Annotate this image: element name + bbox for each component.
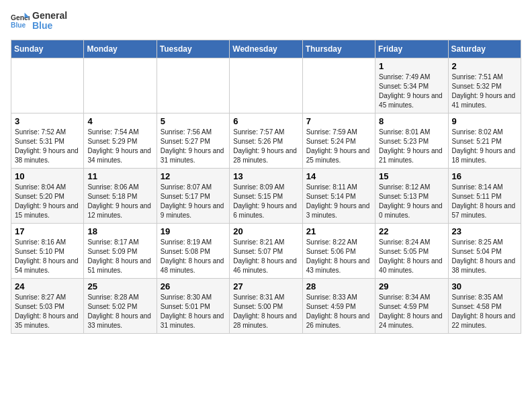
calendar-cell: 13Sunrise: 8:09 AM Sunset: 5:15 PM Dayli… (230, 168, 302, 223)
day-info: Sunrise: 7:59 AM Sunset: 5:24 PM Dayligh… (306, 128, 371, 165)
calendar-cell: 17Sunrise: 8:16 AM Sunset: 5:10 PM Dayli… (11, 223, 84, 278)
calendar-cell (230, 58, 302, 113)
day-number: 18 (87, 226, 152, 236)
day-info: Sunrise: 8:17 AM Sunset: 5:09 PM Dayligh… (87, 238, 152, 275)
day-number: 24 (15, 281, 80, 291)
logo-blue: Blue (32, 21, 67, 31)
day-info: Sunrise: 8:27 AM Sunset: 5:03 PM Dayligh… (15, 293, 80, 330)
day-info: Sunrise: 8:34 AM Sunset: 4:59 PM Dayligh… (379, 293, 444, 330)
day-info: Sunrise: 8:24 AM Sunset: 5:05 PM Dayligh… (379, 238, 444, 275)
day-info: Sunrise: 7:51 AM Sunset: 5:32 PM Dayligh… (452, 73, 517, 110)
day-number: 4 (87, 116, 152, 126)
logo-icon: General Blue (11, 11, 30, 30)
page-header: General Blue General Blue (11, 11, 521, 32)
calendar-cell: 14Sunrise: 8:11 AM Sunset: 5:14 PM Dayli… (302, 168, 375, 223)
calendar-cell: 22Sunrise: 8:24 AM Sunset: 5:05 PM Dayli… (375, 223, 448, 278)
day-number: 6 (233, 116, 298, 126)
day-info: Sunrise: 8:14 AM Sunset: 5:11 PM Dayligh… (452, 183, 517, 220)
day-number: 5 (161, 116, 226, 126)
calendar-cell: 21Sunrise: 8:22 AM Sunset: 5:06 PM Dayli… (302, 223, 375, 278)
calendar-cell: 6Sunrise: 7:57 AM Sunset: 5:26 PM Daylig… (230, 113, 302, 168)
day-number: 23 (452, 226, 517, 236)
calendar-cell: 2Sunrise: 7:51 AM Sunset: 5:32 PM Daylig… (448, 58, 521, 113)
day-info: Sunrise: 8:16 AM Sunset: 5:10 PM Dayligh… (15, 238, 80, 275)
calendar-cell: 15Sunrise: 8:12 AM Sunset: 5:13 PM Dayli… (375, 168, 448, 223)
svg-text:Blue: Blue (11, 22, 26, 30)
calendar-table: SundayMondayTuesdayWednesdayThursdayFrid… (11, 40, 521, 334)
calendar-week-row: 1Sunrise: 7:49 AM Sunset: 5:34 PM Daylig… (11, 58, 521, 113)
day-number: 14 (306, 171, 371, 181)
day-number: 1 (379, 61, 444, 71)
day-info: Sunrise: 8:31 AM Sunset: 5:00 PM Dayligh… (233, 293, 298, 330)
day-number: 21 (306, 226, 371, 236)
day-info: Sunrise: 8:06 AM Sunset: 5:18 PM Dayligh… (87, 183, 152, 220)
day-info: Sunrise: 7:52 AM Sunset: 5:31 PM Dayligh… (15, 128, 80, 165)
day-number: 12 (161, 171, 226, 181)
day-number: 13 (233, 171, 298, 181)
calendar-cell: 29Sunrise: 8:34 AM Sunset: 4:59 PM Dayli… (375, 278, 448, 333)
day-info: Sunrise: 8:30 AM Sunset: 5:01 PM Dayligh… (161, 293, 226, 330)
calendar-cell: 10Sunrise: 8:04 AM Sunset: 5:20 PM Dayli… (11, 168, 84, 223)
calendar-cell: 18Sunrise: 8:17 AM Sunset: 5:09 PM Dayli… (84, 223, 157, 278)
day-number: 11 (87, 171, 152, 181)
weekday-header-wednesday: Wednesday (230, 40, 302, 58)
day-info: Sunrise: 7:56 AM Sunset: 5:27 PM Dayligh… (161, 128, 226, 165)
calendar-cell: 16Sunrise: 8:14 AM Sunset: 5:11 PM Dayli… (448, 168, 521, 223)
day-info: Sunrise: 7:49 AM Sunset: 5:34 PM Dayligh… (379, 73, 444, 110)
day-info: Sunrise: 8:12 AM Sunset: 5:13 PM Dayligh… (379, 183, 444, 220)
day-info: Sunrise: 8:21 AM Sunset: 5:07 PM Dayligh… (233, 238, 298, 275)
day-number: 9 (452, 116, 517, 126)
day-number: 19 (161, 226, 226, 236)
day-number: 15 (379, 171, 444, 181)
day-number: 25 (87, 281, 152, 291)
day-info: Sunrise: 8:28 AM Sunset: 5:02 PM Dayligh… (87, 293, 152, 330)
day-number: 17 (15, 226, 80, 236)
calendar-cell: 28Sunrise: 8:33 AM Sunset: 4:59 PM Dayli… (302, 278, 375, 333)
day-number: 28 (306, 281, 371, 291)
calendar-cell: 27Sunrise: 8:31 AM Sunset: 5:00 PM Dayli… (230, 278, 302, 333)
calendar-week-row: 10Sunrise: 8:04 AM Sunset: 5:20 PM Dayli… (11, 168, 521, 223)
calendar-cell (157, 58, 229, 113)
calendar-cell: 12Sunrise: 8:07 AM Sunset: 5:17 PM Dayli… (157, 168, 229, 223)
calendar-cell: 1Sunrise: 7:49 AM Sunset: 5:34 PM Daylig… (375, 58, 448, 113)
calendar-week-row: 3Sunrise: 7:52 AM Sunset: 5:31 PM Daylig… (11, 113, 521, 168)
logo-general: General (32, 11, 67, 21)
calendar-cell: 25Sunrise: 8:28 AM Sunset: 5:02 PM Dayli… (84, 278, 157, 333)
day-info: Sunrise: 7:57 AM Sunset: 5:26 PM Dayligh… (233, 128, 298, 165)
day-number: 26 (161, 281, 226, 291)
day-info: Sunrise: 8:22 AM Sunset: 5:06 PM Dayligh… (306, 238, 371, 275)
calendar-week-row: 24Sunrise: 8:27 AM Sunset: 5:03 PM Dayli… (11, 278, 521, 333)
day-info: Sunrise: 8:19 AM Sunset: 5:08 PM Dayligh… (161, 238, 226, 275)
calendar-cell: 5Sunrise: 7:56 AM Sunset: 5:27 PM Daylig… (157, 113, 229, 168)
calendar-cell: 7Sunrise: 7:59 AM Sunset: 5:24 PM Daylig… (302, 113, 375, 168)
day-number: 29 (379, 281, 444, 291)
day-info: Sunrise: 8:07 AM Sunset: 5:17 PM Dayligh… (161, 183, 226, 220)
calendar-cell (302, 58, 375, 113)
day-number: 2 (452, 61, 517, 71)
day-number: 16 (452, 171, 517, 181)
day-number: 22 (379, 226, 444, 236)
weekday-header-friday: Friday (375, 40, 448, 58)
logo: General Blue General Blue (11, 11, 67, 32)
calendar-cell: 23Sunrise: 8:25 AM Sunset: 5:04 PM Dayli… (448, 223, 521, 278)
calendar-cell: 8Sunrise: 8:01 AM Sunset: 5:23 PM Daylig… (375, 113, 448, 168)
calendar-cell: 3Sunrise: 7:52 AM Sunset: 5:31 PM Daylig… (11, 113, 84, 168)
day-info: Sunrise: 8:11 AM Sunset: 5:14 PM Dayligh… (306, 183, 371, 220)
day-info: Sunrise: 7:54 AM Sunset: 5:29 PM Dayligh… (87, 128, 152, 165)
day-number: 3 (15, 116, 80, 126)
calendar-cell: 26Sunrise: 8:30 AM Sunset: 5:01 PM Dayli… (157, 278, 229, 333)
calendar-cell: 9Sunrise: 8:02 AM Sunset: 5:21 PM Daylig… (448, 113, 521, 168)
calendar-body: 1Sunrise: 7:49 AM Sunset: 5:34 PM Daylig… (11, 58, 521, 333)
day-info: Sunrise: 8:09 AM Sunset: 5:15 PM Dayligh… (233, 183, 298, 220)
weekday-header-sunday: Sunday (11, 40, 84, 58)
weekday-header-monday: Monday (84, 40, 157, 58)
day-info: Sunrise: 8:02 AM Sunset: 5:21 PM Dayligh… (452, 128, 517, 165)
day-number: 7 (306, 116, 371, 126)
weekday-header-saturday: Saturday (448, 40, 521, 58)
calendar-cell: 20Sunrise: 8:21 AM Sunset: 5:07 PM Dayli… (230, 223, 302, 278)
calendar-cell: 30Sunrise: 8:35 AM Sunset: 4:58 PM Dayli… (448, 278, 521, 333)
calendar-cell: 19Sunrise: 8:19 AM Sunset: 5:08 PM Dayli… (157, 223, 229, 278)
calendar-cell (11, 58, 84, 113)
calendar-cell: 4Sunrise: 7:54 AM Sunset: 5:29 PM Daylig… (84, 113, 157, 168)
day-number: 27 (233, 281, 298, 291)
